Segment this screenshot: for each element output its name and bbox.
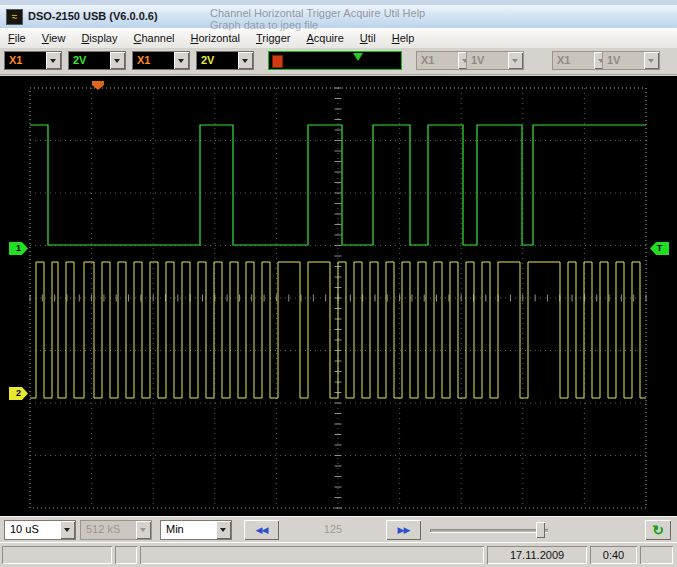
status-time-panel: 0:40 bbox=[590, 546, 637, 564]
scope-display: 1 2 T bbox=[0, 76, 677, 516]
status-panel-6 bbox=[640, 546, 673, 564]
refresh-icon: ↻ bbox=[652, 522, 664, 538]
dropdown-arrow-icon[interactable] bbox=[174, 52, 189, 69]
page-right-icon: ▶▶ bbox=[398, 525, 410, 535]
status-panel-1 bbox=[2, 546, 112, 564]
dropdown-arrow-icon bbox=[644, 52, 659, 69]
ch2-volts-combo[interactable]: 2V bbox=[196, 51, 254, 70]
trigger-marker-label: T bbox=[657, 243, 663, 253]
timebase-value: 10 uS bbox=[10, 523, 39, 535]
ghost-tooltip-text: Graph data to jpeg file bbox=[210, 19, 318, 31]
ch2-probe-value: X1 bbox=[137, 54, 150, 66]
menu-view[interactable]: View bbox=[34, 28, 74, 48]
trigger-level-marker[interactable] bbox=[272, 55, 283, 68]
menu-trigger[interactable]: Trigger bbox=[248, 28, 298, 48]
page-left-button[interactable]: ◀◀ bbox=[244, 520, 279, 540]
horizontal-position-slider[interactable] bbox=[430, 520, 548, 540]
app-window: ≈ DSO-2150 USB (V6.0.0.6) Channel Horizo… bbox=[0, 0, 677, 567]
acquire-mode-combo[interactable]: Min bbox=[160, 520, 232, 540]
menu-util[interactable]: Util bbox=[352, 28, 384, 48]
dropdown-arrow-icon bbox=[136, 521, 151, 539]
bottom-toolbar: 10 uS 512 kS Min ◀◀ 125 ▶▶ ↻ bbox=[0, 516, 677, 543]
page-right-button[interactable]: ▶▶ bbox=[386, 520, 421, 540]
menu-help[interactable]: Help bbox=[384, 28, 423, 48]
page-position-label: 125 bbox=[284, 523, 382, 535]
status-date-panel: 17.11.2009 bbox=[487, 546, 587, 564]
trigger-position-thumb[interactable] bbox=[353, 53, 363, 61]
menu-acquire[interactable]: Acquire bbox=[298, 28, 351, 48]
buffer-size-combo: 512 kS bbox=[80, 520, 152, 540]
toolbar: X12VX12VX11VX11V bbox=[0, 48, 677, 75]
status-bar: 17.11.2009 0:40 bbox=[0, 542, 677, 567]
dropdown-arrow-icon bbox=[508, 52, 523, 69]
ch2-trace bbox=[30, 262, 646, 398]
aux-combo-4-combo: 1V bbox=[602, 51, 660, 70]
aux-combo-2-value: 1V bbox=[471, 54, 484, 66]
menu-file[interactable]: File bbox=[0, 28, 34, 48]
ch2-marker-label: 2 bbox=[16, 388, 21, 398]
ch1-volts-combo[interactable]: 2V bbox=[68, 51, 126, 70]
menu-display[interactable]: Display bbox=[73, 28, 125, 48]
dropdown-arrow-icon[interactable] bbox=[238, 52, 253, 69]
menu-horizontal[interactable]: Horizontal bbox=[182, 28, 248, 48]
status-date: 17.11.2009 bbox=[510, 549, 564, 561]
timebase-combo[interactable]: 10 uS bbox=[4, 520, 76, 540]
ch1-marker-label: 1 bbox=[16, 243, 21, 253]
dropdown-arrow-icon[interactable] bbox=[216, 521, 231, 539]
acquire-mode-value: Min bbox=[166, 523, 184, 535]
trigger-position-widget[interactable] bbox=[268, 51, 402, 70]
menu-channel[interactable]: Channel bbox=[125, 28, 182, 48]
waveform-canvas bbox=[0, 76, 677, 516]
ch1-probe-value: X1 bbox=[9, 54, 22, 66]
page-left-icon: ◀◀ bbox=[256, 525, 268, 535]
refresh-button[interactable]: ↻ bbox=[645, 520, 671, 540]
aux-combo-2-combo: 1V bbox=[466, 51, 524, 70]
aux-combo-3-value: X1 bbox=[557, 54, 570, 66]
app-icon: ≈ bbox=[6, 9, 23, 25]
window-title: DSO-2150 USB (V6.0.0.6) bbox=[28, 10, 158, 22]
ch1-probe-combo[interactable]: X1 bbox=[4, 51, 62, 70]
dropdown-arrow-icon[interactable] bbox=[60, 521, 75, 539]
ch2-probe-combo[interactable]: X1 bbox=[132, 51, 190, 70]
status-panel-2 bbox=[115, 546, 137, 564]
aux-combo-4-value: 1V bbox=[607, 54, 620, 66]
aux-combo-1-value: X1 bbox=[421, 54, 434, 66]
status-time: 0:40 bbox=[603, 549, 624, 561]
buffer-size-value: 512 kS bbox=[86, 523, 120, 535]
slider-thumb[interactable] bbox=[536, 522, 545, 538]
menu-bar: FileViewDisplayChannelHorizontalTriggerA… bbox=[0, 28, 677, 49]
status-panel-3 bbox=[140, 546, 484, 564]
dropdown-arrow-icon[interactable] bbox=[110, 52, 125, 69]
slider-groove[interactable] bbox=[430, 529, 548, 533]
ch2-volts-value: 2V bbox=[201, 54, 214, 66]
ch1-volts-value: 2V bbox=[73, 54, 86, 66]
dropdown-arrow-icon[interactable] bbox=[46, 52, 61, 69]
ghost-menu-text: Channel Horizontal Trigger Acquire Util … bbox=[210, 7, 425, 19]
